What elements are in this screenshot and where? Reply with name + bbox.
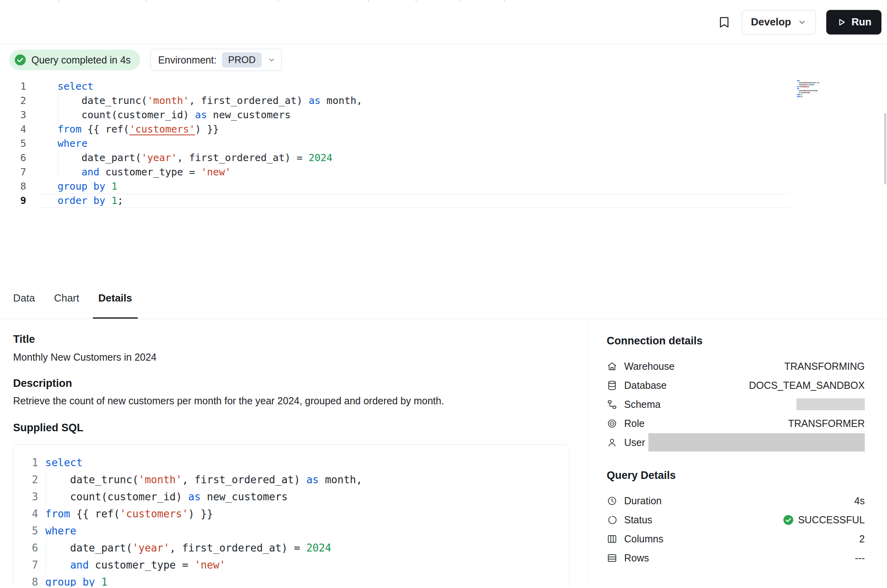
supplied-sql-block: 1select2 date_trunc('month', first_order… (13, 444, 569, 587)
line-number: 6 (13, 540, 38, 557)
role-icon (607, 418, 617, 429)
description-heading: Description (13, 377, 588, 390)
title-heading: Title (13, 333, 588, 346)
detail-row: DatabaseDOCS_TEAM_SANDBOX (607, 376, 865, 395)
code-text: from {{ ref('customers') }} (40, 122, 789, 136)
run-label: Run (851, 16, 872, 28)
result-tabs: Data Chart Details (0, 279, 887, 319)
develop-label: Develop (751, 16, 791, 28)
line-number: 5 (13, 523, 38, 540)
minimap-line (797, 96, 831, 97)
details-content: Title Monthly New Customers in 2024 Desc… (0, 319, 887, 587)
code-line: 8group by 1 (13, 574, 569, 587)
code-text: from {{ ref('customers') }} (38, 505, 569, 523)
line-number: 2 (0, 94, 40, 108)
chevron-down-icon (267, 56, 276, 64)
line-number: 4 (13, 505, 38, 523)
sql-editor[interactable]: 1select2 date_trunc('month', first_order… (0, 75, 887, 279)
line-number: 8 (0, 179, 40, 194)
detail-value: TRANSFORMER (788, 418, 865, 429)
line-number: 3 (0, 108, 40, 122)
code-line: 7 and customer_type = 'new' (13, 557, 569, 574)
redacted-value (796, 398, 865, 410)
code-text: count(customer_id) as new_customers (40, 108, 789, 122)
code-text: date_trunc('month', first_ordered_at) as… (38, 471, 569, 488)
play-icon (836, 17, 847, 27)
minimap-line (797, 90, 831, 91)
code-text: group by 1 (38, 574, 569, 587)
line-number: 7 (13, 557, 38, 574)
page-scrollbar[interactable] (884, 113, 886, 184)
columns-icon (607, 534, 617, 544)
line-number: 3 (13, 488, 38, 505)
detail-label: Database (624, 380, 667, 391)
minimap-line (797, 88, 831, 89)
detail-value: DOCS_TEAM_SANDBOX (749, 380, 865, 391)
code-text: group by 1 (40, 179, 789, 194)
user-icon (607, 437, 617, 448)
line-number: 9 (0, 194, 40, 208)
detail-row: StatusSUCCESSFUL (607, 510, 865, 529)
editor-minimap[interactable] (797, 80, 831, 98)
minimap-line (797, 86, 831, 87)
detail-row: User (607, 433, 865, 452)
details-right-pane: Connection details WarehouseTRANSFORMING… (588, 319, 887, 587)
detail-row: Rows--- (607, 548, 865, 567)
detail-label: Rows (624, 552, 649, 564)
tab-data-label: Data (13, 292, 35, 304)
code-line: 4from {{ ref('customers') }} (13, 505, 569, 523)
detail-label: Warehouse (624, 361, 675, 372)
minimap-line (797, 92, 831, 93)
supplied-sql-heading: Supplied SQL (13, 422, 588, 434)
tab-details[interactable]: Details (93, 279, 138, 319)
detail-row: Columns2 (607, 529, 865, 548)
code-text: and customer_type = 'new' (38, 557, 569, 574)
code-line: 5where (13, 523, 569, 540)
code-text: date_part('year', first_ordered_at) = 20… (40, 151, 789, 165)
code-text: and customer_type = 'new' (40, 165, 789, 179)
detail-label: Columns (624, 533, 663, 545)
detail-label: Status (624, 514, 652, 526)
code-text: date_part('year', first_ordered_at) = 20… (38, 540, 569, 557)
code-text: select (38, 454, 569, 471)
code-line: 1select (0, 79, 887, 94)
detail-label: User (624, 437, 645, 448)
model-ref-link[interactable]: 'customers' (129, 123, 195, 135)
code-text: order by 1; (40, 194, 789, 208)
chevron-down-icon (797, 17, 807, 27)
code-line: 3 count(customer_id) as new_customers (0, 108, 887, 122)
tab-details-label: Details (98, 292, 132, 304)
run-button[interactable]: Run (826, 10, 881, 35)
query-status-text: Query completed in 4s (31, 54, 131, 66)
minimap-line (797, 94, 831, 95)
code-line: 8group by 1 (0, 179, 887, 194)
detail-row: WarehouseTRANSFORMING (607, 357, 865, 376)
detail-row: RoleTRANSFORMER (607, 414, 865, 433)
status-row: Query completed in 4s Environment: PROD (0, 44, 887, 75)
connection-details-heading: Connection details (607, 335, 865, 347)
code-text: date_trunc('month', first_ordered_at) as… (40, 94, 789, 108)
code-text: where (38, 523, 569, 540)
tab-data[interactable]: Data (8, 279, 40, 319)
bookmark-button[interactable] (717, 15, 731, 29)
code-line: 7 and customer_type = 'new' (0, 165, 887, 179)
connection-details-panel: WarehouseTRANSFORMINGDatabaseDOCS_TEAM_S… (607, 357, 865, 452)
code-line: 6 date_part('year', first_ordered_at) = … (13, 540, 569, 557)
code-line: 2 date_trunc('month', first_ordered_at) … (13, 471, 569, 488)
detail-value: 4s (854, 495, 865, 507)
environment-selector[interactable]: Environment: PROD (150, 49, 282, 71)
code-line: 6 date_part('year', first_ordered_at) = … (0, 151, 887, 165)
code-line: 9order by 1; (0, 194, 887, 208)
code-line: 4from {{ ref('customers') }} (0, 122, 887, 136)
code-line: 5where (0, 136, 887, 151)
line-number: 1 (13, 454, 38, 471)
line-number: 6 (0, 151, 40, 165)
line-number: 2 (13, 471, 38, 488)
line-number: 7 (0, 165, 40, 179)
tab-strip (0, 0, 887, 2)
code-line: 2 date_trunc('month', first_ordered_at) … (0, 94, 887, 108)
detail-row: Duration4s (607, 491, 865, 510)
develop-dropdown[interactable]: Develop (742, 10, 816, 35)
detail-value: SUCCESSFUL (798, 514, 865, 526)
tab-chart[interactable]: Chart (48, 279, 85, 319)
